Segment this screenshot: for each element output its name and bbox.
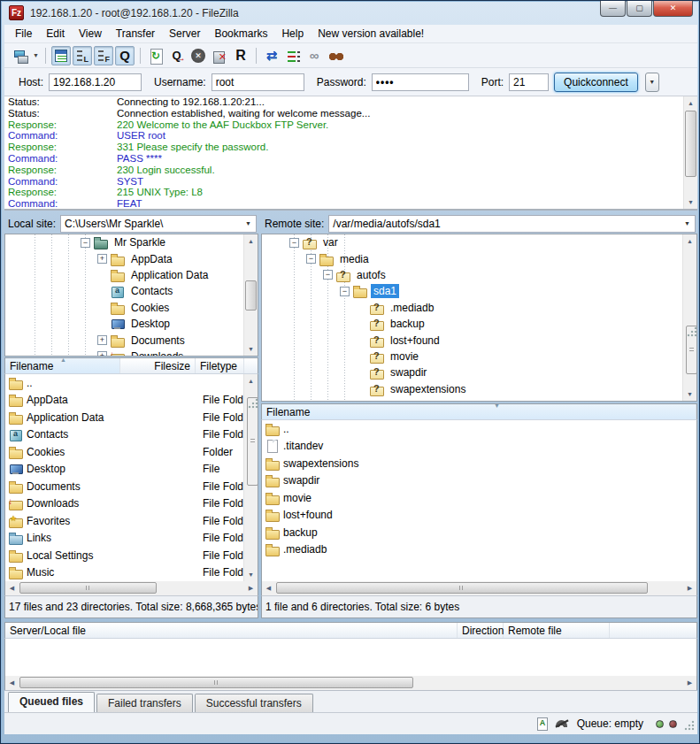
scroll-left-icon[interactable]: ◀: [262, 581, 275, 594]
scroll-thumb[interactable]: [245, 280, 257, 311]
scroll-thumb[interactable]: [276, 582, 648, 594]
scroll-down-icon[interactable]: ▼: [244, 568, 258, 581]
scroll-thumb[interactable]: [19, 677, 413, 688]
column-header-filetype[interactable]: Filetype: [196, 358, 244, 373]
tree-item[interactable]: dvd: [262, 397, 682, 401]
scroll-up-icon[interactable]: ▲: [244, 234, 258, 248]
tree-expander-icon[interactable]: [289, 238, 299, 248]
resize-grip[interactable]: [684, 720, 696, 732]
tree-expander-icon[interactable]: [306, 254, 316, 264]
menu-item[interactable]: Bookmarks: [207, 26, 274, 42]
file-row[interactable]: swapextensions: [262, 455, 696, 472]
tree-expander-icon[interactable]: [97, 335, 107, 345]
tree-expander-icon[interactable]: [97, 254, 107, 264]
queue-tab[interactable]: Successful transfers: [195, 694, 313, 712]
tree-item[interactable]: media: [262, 250, 682, 266]
tree-expander-icon[interactable]: [81, 238, 90, 248]
tree-item[interactable]: sda1: [262, 283, 682, 299]
scroll-thumb[interactable]: [686, 326, 697, 374]
quickconnect-button[interactable]: Quickconnect: [554, 73, 638, 92]
file-row[interactable]: Cookies Folder: [5, 443, 243, 461]
scroll-down-icon[interactable]: ▼: [684, 196, 697, 209]
tree-item[interactable]: Cookies: [5, 300, 243, 316]
site-manager-button[interactable]: [11, 46, 30, 65]
toolbar-button[interactable]: [326, 46, 345, 65]
tree-item[interactable]: .mediadb: [262, 300, 682, 316]
toolbar-button[interactable]: [262, 46, 281, 65]
toolbar-button[interactable]: [188, 46, 208, 65]
tree-item[interactable]: Documents: [5, 332, 243, 348]
column-header-remote-file[interactable]: Remote file: [504, 623, 610, 638]
file-row[interactable]: Application Data File Folder: [5, 409, 243, 426]
toolbar-toggle-button[interactable]: [94, 46, 113, 65]
maximize-button[interactable]: ▢: [627, 1, 652, 17]
remote-list-hscrollbar[interactable]: ◀ ▶: [261, 581, 697, 595]
file-row[interactable]: Links File Folder: [5, 530, 243, 548]
quickconnect-dropdown-caret[interactable]: ▼: [645, 73, 659, 92]
tree-item[interactable]: swapextensions: [262, 381, 682, 397]
menu-item[interactable]: Help: [274, 26, 311, 42]
scroll-up-icon[interactable]: ▲: [684, 96, 697, 110]
column-header-filename[interactable]: Filename ▼: [262, 404, 696, 419]
scroll-right-icon[interactable]: ▶: [244, 581, 258, 594]
file-row[interactable]: .titandev: [262, 438, 696, 456]
tree-item[interactable]: AppData: [5, 250, 243, 266]
scroll-up-icon[interactable]: ▲: [683, 234, 696, 248]
local-tree-scrollbar[interactable]: ▲ ▼: [243, 234, 258, 356]
menu-item[interactable]: Edit: [39, 26, 72, 42]
scroll-left-icon[interactable]: ◀: [5, 581, 19, 594]
remote-tree-scrollbar[interactable]: ▲ ▼: [682, 234, 696, 401]
log-scrollbar[interactable]: ▲ ▼: [683, 96, 697, 209]
scroll-thumb[interactable]: [19, 582, 157, 594]
local-site-combobox[interactable]: C:\Users\Mr Sparkle\ ▼: [60, 215, 257, 233]
tree-item[interactable]: movie: [262, 349, 682, 364]
username-input[interactable]: [212, 73, 304, 91]
tree-item[interactable]: lost+found: [262, 332, 682, 348]
file-row[interactable]: AppData File Folder: [5, 392, 243, 410]
toolbar-toggle-button[interactable]: [73, 46, 92, 65]
tree-expander-icon[interactable]: [323, 270, 333, 280]
toolbar-button[interactable]: [167, 46, 187, 65]
chevron-down-icon[interactable]: ▼: [242, 218, 254, 230]
menu-item[interactable]: Server: [162, 26, 207, 42]
tree-item[interactable]: Contacts: [5, 283, 243, 299]
tree-item[interactable]: backup: [262, 316, 682, 332]
tree-item[interactable]: Mr Sparkle: [5, 234, 243, 250]
menu-item[interactable]: Transfer: [109, 26, 162, 42]
scroll-down-icon[interactable]: ▼: [244, 342, 258, 356]
tree-expander-icon[interactable]: [340, 287, 350, 296]
file-row[interactable]: Music File Folder: [5, 564, 243, 582]
file-row[interactable]: Downloads File Folder: [5, 495, 243, 513]
column-header-direction[interactable]: Direction: [458, 623, 504, 638]
close-button[interactable]: ✕: [653, 1, 693, 17]
scroll-left-icon[interactable]: ◀: [5, 676, 19, 689]
chevron-down-icon[interactable]: ▼: [681, 218, 693, 230]
file-row[interactable]: ..: [262, 420, 696, 438]
queue-tab[interactable]: Queued files: [8, 692, 95, 712]
scroll-down-icon[interactable]: ▼: [683, 387, 696, 401]
file-row[interactable]: Desktop File: [5, 461, 243, 479]
title-bar[interactable]: Fz 192.168.1.20 - root@192.168.1.20 - Fi…: [1, 1, 700, 25]
file-row[interactable]: swapdir: [262, 472, 696, 490]
file-row[interactable]: backup: [262, 524, 696, 541]
tree-expander-icon[interactable]: [97, 351, 107, 356]
file-row[interactable]: Contacts File Folder: [5, 426, 243, 444]
host-input[interactable]: [49, 73, 142, 91]
menu-item[interactable]: New version available!: [311, 26, 431, 42]
toolbar-button[interactable]: [231, 46, 250, 65]
menu-item[interactable]: View: [72, 26, 109, 42]
port-input[interactable]: [509, 73, 549, 91]
toolbar-toggle-button[interactable]: [51, 46, 71, 65]
tree-item[interactable]: autofs: [262, 267, 682, 283]
toolbar-button[interactable]: [283, 46, 303, 65]
tree-item[interactable]: var: [262, 234, 682, 250]
toolbar-button[interactable]: [304, 46, 324, 65]
column-header-filesize[interactable]: Filesize: [120, 358, 196, 373]
queue-hscrollbar[interactable]: ◀ ▶: [4, 676, 697, 690]
speed-limit-icon[interactable]: [554, 717, 570, 731]
menu-item[interactable]: File: [8, 26, 39, 42]
queue-tab[interactable]: Failed transfers: [96, 694, 193, 712]
tree-item[interactable]: Downloads: [5, 349, 243, 356]
password-input[interactable]: [372, 73, 469, 91]
tree-item[interactable]: Application Data: [5, 267, 243, 283]
